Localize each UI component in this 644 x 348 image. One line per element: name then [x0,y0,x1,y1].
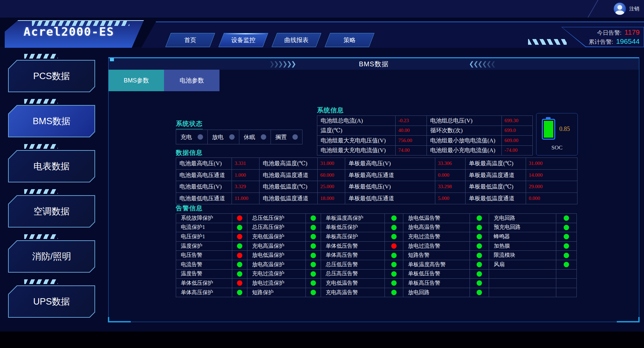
alarm-ok-icon [237,225,242,230]
total-alarm-label: 累计告警: [589,39,613,45]
sidebar-item-PCS数据[interactable]: PCS数据 [8,54,95,92]
status-cell-充电: 充电 [176,130,207,144]
info-label: 电池组最小充电电流值(A) [427,146,501,155]
alarm-label: 充电过流保护 [247,270,306,279]
alarm-ok-icon [391,280,397,286]
alarm-label: 风扇 [489,260,556,269]
sidebar-button[interactable]: PCS数据 [8,60,95,92]
alarm-label: 加热膜 [489,242,556,251]
info-label: 单板最低电压通道 [345,193,435,204]
sidebar-item-UPS数据[interactable]: UPS数据 [8,279,95,318]
alarm-indicator-cell [306,232,321,241]
alarm-indicator-cell [556,270,576,279]
status-label: 放电 [212,133,224,141]
alarm-label: 单板高压告警 [403,279,470,288]
alarm-indicator-cell [306,214,321,223]
status-label: 搁置 [275,133,287,141]
system-status-table: 充电放电休眠搁置 [176,130,303,144]
alarm-indicator-cell [385,232,403,241]
status-cell-搁置: 搁置 [271,130,302,144]
info-label: 单板最高电压(V) [345,158,435,169]
info-label: 电池最高电压通道 [176,170,232,181]
alarm-ok-icon [311,271,316,277]
info-value: 0.000 [435,170,465,181]
app-logo: Acrel2000-ES [24,25,114,38]
sidebar-button-label: 电表数据 [9,151,94,182]
nav-tab-label: 曲线报表 [275,33,318,47]
soc-label: SOC [536,144,577,151]
info-value: 29.000 [526,181,577,193]
info-value: 40.00 [396,126,427,136]
alarm-indicator-cell [232,223,247,232]
nav-tab-曲线报表[interactable]: 曲线报表 [272,33,321,47]
alarm-indicator-cell [556,214,576,223]
alarm-ok-icon [311,253,316,258]
nav-tab-label: 设备监控 [222,33,265,47]
info-value: 60.000 [318,170,345,181]
alarm-info-title: 告警信息 [176,204,203,214]
alarm-ok-icon [391,271,397,277]
sidebar-button[interactable]: BMS数据 [8,105,95,137]
logout-label[interactable]: 注销 [629,6,639,12]
alarm-label: 充电低温告警 [321,279,385,288]
tab-BMS参数[interactable]: BMS参数 [109,70,164,91]
alarm-label: 短路保护 [247,288,306,297]
sidebar-item-电表数据[interactable]: 电表数据 [8,144,95,182]
info-value: 3.329 [232,181,259,193]
sidebar-button[interactable]: UPS数据 [8,285,95,318]
alarm-label: 电压告警 [176,251,232,260]
chevrons-left-icon [469,60,495,68]
sidebar-slashes-decoration [24,144,58,149]
alarm-label: 充电过流告警 [403,232,470,241]
sidebar-button[interactable]: 空调数据 [8,195,95,228]
sidebar-button[interactable]: 消防/照明 [8,240,95,273]
topbar-divider [586,0,599,20]
alarm-ok-icon [311,290,316,295]
alarm-indicator-cell [385,223,403,232]
status-cell-放电: 放电 [208,130,239,144]
alarm-ok-icon [311,234,316,239]
bms-panel: BMS数据 BMS参数电池参数 系统状态 充电放电休眠搁置 系统信息 电池组总电… [108,57,639,322]
alarm-label [489,288,556,297]
sidebar-slashes-decoration [24,279,58,284]
status-indicator-icon [229,134,235,140]
alarm-label: 单体高压告警 [321,251,385,260]
alarm-label: 充电回路 [489,214,556,223]
alarm-ok-icon [391,234,397,239]
nav-tab-设备监控[interactable]: 设备监控 [218,33,268,47]
nav-tab-策略[interactable]: 策略 [325,33,374,47]
header-band: Acrel2000-ES 首页设备监控曲线报表策略 今日告警: 1179 累计告… [0,18,644,47]
alarm-indicator-cell [385,279,403,288]
info-value: -74.00 [502,146,532,155]
sidebar-item-消防/照明[interactable]: 消防/照明 [8,234,95,273]
panel-title-bar: BMS数据 [109,58,639,70]
alarm-label: 单体低压保护 [176,279,232,288]
sidebar-item-BMS数据[interactable]: BMS数据 [8,99,95,137]
status-cell-休眠: 休眠 [239,130,271,144]
alarm-indicator-cell [385,260,403,269]
nav-tab-首页[interactable]: 首页 [165,33,215,47]
sidebar-item-空调数据[interactable]: 空调数据 [8,189,95,228]
info-label: 电池最高温度通道 [259,170,317,181]
alarm-ok-icon [477,280,482,286]
info-value: 14.000 [526,170,577,181]
footer-bar [0,332,644,348]
alarm-label: 单板温度高保护 [321,214,385,223]
alarm-label: 限流模块 [489,251,556,260]
sidebar-button[interactable]: 电表数据 [8,150,95,182]
logout-button[interactable]: 注销 [614,3,639,15]
alarm-label: 单板低压告警 [403,270,470,279]
alarm-label: 电流保护1 [176,223,232,232]
alarm-indicator-cell [470,242,489,251]
alarm-ok-icon [391,215,397,221]
alarm-ok-icon [237,243,242,249]
status-label: 充电 [180,133,192,141]
alarm-label: 温度告警 [176,270,232,279]
alarm-label: 放电回路 [403,288,470,297]
alarm-indicator-cell [556,223,576,232]
info-label: 单板最高电压通道 [345,170,435,181]
tab-电池参数[interactable]: 电池参数 [164,70,219,91]
alarm-indicator-cell [556,242,576,251]
user-avatar-icon[interactable] [614,3,626,15]
sidebar-slashes-decoration [24,99,58,104]
